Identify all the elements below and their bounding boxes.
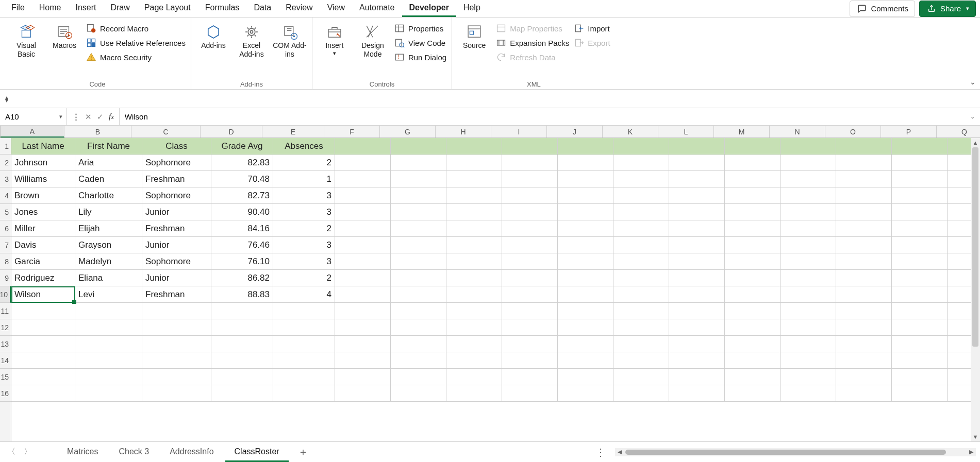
cell[interactable] [613, 253, 669, 270]
accept-formula-icon[interactable]: ✓ [97, 112, 104, 122]
cell[interactable] [613, 352, 669, 369]
cell[interactable]: Junior [142, 204, 211, 220]
column-header-G[interactable]: G [380, 126, 436, 138]
cell[interactable] [836, 155, 892, 171]
horizontal-scrollbar[interactable]: ◀ ▶ [615, 448, 976, 456]
cell[interactable] [391, 253, 446, 270]
cell[interactable]: Johnson [11, 155, 75, 171]
cell[interactable]: Sophomore [142, 253, 211, 270]
menu-item-review[interactable]: Review [278, 0, 320, 17]
cell[interactable] [391, 270, 446, 286]
cell[interactable]: 4 [273, 286, 335, 303]
cell[interactable] [669, 204, 725, 220]
cell[interactable] [11, 385, 75, 402]
cell[interactable] [335, 336, 391, 352]
cell[interactable] [725, 270, 780, 286]
row-header-3[interactable]: 3 [0, 171, 11, 187]
row-header-6[interactable]: 6 [0, 220, 11, 237]
cell[interactable]: 2 [273, 270, 335, 286]
cell[interactable] [335, 220, 391, 237]
cell[interactable] [613, 303, 669, 319]
excel-addins-button[interactable]: Excel Add-ins [235, 21, 269, 59]
cell[interactable] [335, 270, 391, 286]
column-header-I[interactable]: I [491, 126, 547, 138]
cell[interactable] [273, 352, 335, 369]
cell[interactable] [391, 138, 446, 155]
cell[interactable] [836, 303, 892, 319]
cell[interactable] [446, 369, 502, 385]
cell[interactable]: Junior [142, 270, 211, 286]
cell[interactable] [613, 138, 669, 155]
cell[interactable] [725, 204, 780, 220]
cell[interactable]: 2 [273, 220, 335, 237]
cells-area[interactable]: Last NameFirst NameClassGrade AvgAbsence… [11, 138, 980, 441]
cell[interactable] [780, 270, 836, 286]
cell[interactable] [558, 352, 613, 369]
cell[interactable]: 1 [273, 171, 335, 187]
cell[interactable]: Sophomore [142, 187, 211, 204]
cell[interactable] [892, 286, 948, 303]
cell[interactable] [558, 369, 613, 385]
cell[interactable] [502, 270, 558, 286]
row-header-2[interactable]: 2 [0, 155, 11, 171]
cell[interactable] [892, 171, 948, 187]
column-header-F[interactable]: F [324, 126, 380, 138]
cell[interactable] [558, 171, 613, 187]
column-header-M[interactable]: M [714, 126, 770, 138]
cell[interactable]: 84.16 [211, 220, 273, 237]
cell[interactable] [613, 319, 669, 336]
cell[interactable] [725, 155, 780, 171]
cell[interactable] [446, 204, 502, 220]
menu-item-page-layout[interactable]: Page Layout [137, 0, 198, 17]
row-header-1[interactable]: 1 [0, 138, 11, 155]
cell[interactable] [669, 385, 725, 402]
cell[interactable] [502, 187, 558, 204]
cell[interactable] [75, 336, 142, 352]
fx-icon[interactable]: fx [109, 112, 114, 121]
cell[interactable] [446, 385, 502, 402]
cell[interactable] [780, 204, 836, 220]
menu-item-draw[interactable]: Draw [103, 0, 137, 17]
row-header-13[interactable]: 13 [0, 336, 11, 352]
cell[interactable] [11, 303, 75, 319]
cell[interactable] [11, 352, 75, 369]
cell[interactable] [780, 385, 836, 402]
column-header-C[interactable]: C [131, 126, 201, 138]
cell[interactable]: Eliana [75, 270, 142, 286]
row-header-5[interactable]: 5 [0, 204, 11, 220]
cell[interactable]: Davis [11, 237, 75, 253]
cell[interactable]: Freshman [142, 286, 211, 303]
cell[interactable] [391, 385, 446, 402]
cell[interactable] [836, 138, 892, 155]
cancel-formula-icon[interactable]: ✕ [85, 112, 92, 122]
cell[interactable] [391, 220, 446, 237]
cell[interactable] [335, 303, 391, 319]
cell[interactable] [446, 253, 502, 270]
cell[interactable] [669, 155, 725, 171]
cell[interactable] [391, 155, 446, 171]
view-code-button[interactable]: View Code [394, 37, 446, 48]
cell[interactable] [780, 352, 836, 369]
column-header-K[interactable]: K [603, 126, 658, 138]
cell[interactable] [335, 155, 391, 171]
row-header-11[interactable]: 11 [0, 303, 11, 319]
cell[interactable] [558, 270, 613, 286]
macro-security-button[interactable]: ! Macro Security [86, 52, 186, 63]
name-box[interactable]: ▾ [0, 108, 67, 125]
cell[interactable] [446, 270, 502, 286]
cell[interactable] [613, 336, 669, 352]
cell[interactable]: Junior [142, 237, 211, 253]
cell[interactable] [502, 138, 558, 155]
row-header-10[interactable]: 10 [0, 286, 11, 303]
menu-item-developer[interactable]: Developer [402, 0, 456, 17]
cell[interactable] [725, 187, 780, 204]
cell[interactable] [669, 319, 725, 336]
cell[interactable] [502, 286, 558, 303]
cell[interactable] [75, 319, 142, 336]
cell[interactable] [613, 204, 669, 220]
cell[interactable] [725, 369, 780, 385]
cell[interactable] [558, 336, 613, 352]
chevron-down-icon[interactable]: ▾ [59, 113, 62, 120]
cell[interactable]: Levi [75, 286, 142, 303]
cell[interactable]: Miller [11, 220, 75, 237]
